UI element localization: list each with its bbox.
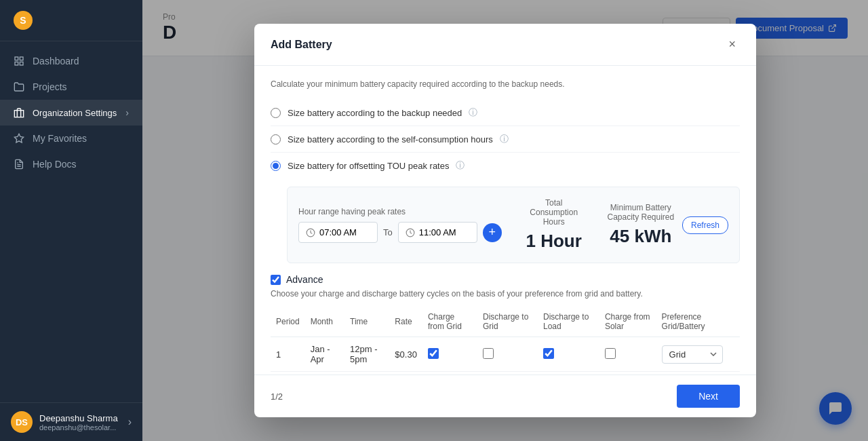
cell-period: 1 — [271, 337, 305, 372]
checkbox-discharge-load[interactable] — [543, 348, 554, 359]
next-button[interactable]: Next — [677, 385, 740, 408]
page-number: 1/2 — [271, 391, 283, 402]
sidebar-item-dashboard[interactable]: Dashboard — [0, 48, 142, 74]
advance-description: Choose your charge and discharge battery… — [271, 289, 740, 299]
col-period: Period — [271, 307, 305, 337]
modal: Add Battery × Calculate your minimum bat… — [254, 24, 756, 417]
sidebar-item-label: Projects — [33, 81, 67, 92]
sidebar-nav: Dashboard Projects Organization Settings… — [0, 41, 142, 402]
sidebar: S Dashboard Projects Organization Settin… — [0, 0, 142, 441]
hour-range-block: Hour range having peak rates To — [298, 207, 502, 243]
cell-preference: GridBattery — [656, 337, 740, 372]
to-time-field[interactable] — [419, 227, 470, 237]
advance-label[interactable]: Advance — [286, 274, 323, 285]
clock-icon — [406, 228, 415, 237]
sidebar-logo: S — [0, 0, 142, 41]
time-separator: To — [383, 227, 393, 237]
consumption-block: Total Consumption Hours 1 Hour — [524, 198, 585, 252]
radio-option-tou[interactable]: Size battery for offsetting TOU peak rat… — [271, 153, 740, 178]
capacity-info: Minimum Battery Capacity Required 45 kWh — [606, 203, 675, 247]
avatar: DS — [11, 411, 33, 433]
sidebar-item-label: Organization Settings — [33, 108, 117, 118]
consumption-value: 1 Hour — [524, 231, 585, 252]
refresh-button[interactable]: Refresh — [682, 216, 728, 234]
radio-self-consumption-label: Size battery according to the self-consu… — [288, 134, 493, 145]
user-chevron-icon: › — [128, 416, 132, 428]
col-discharge-load: Discharge to Load — [538, 307, 599, 337]
col-charge-solar: Charge from Solar — [599, 307, 656, 337]
to-time-input — [398, 222, 477, 243]
modal-title: Add Battery — [271, 39, 332, 51]
sidebar-item-org-settings[interactable]: Organization Settings › — [0, 100, 142, 126]
radio-tou-label: Size battery for offsetting TOU peak rat… — [288, 161, 449, 171]
sidebar-item-label: Help Docs — [33, 159, 77, 170]
svg-marker-5 — [14, 134, 23, 142]
modal-close-button[interactable]: × — [724, 36, 740, 53]
add-time-button[interactable]: + — [483, 223, 502, 242]
from-time-field[interactable] — [319, 227, 370, 237]
cell-discharge-grid — [477, 337, 538, 372]
col-time: Time — [344, 307, 389, 337]
sidebar-user[interactable]: DS Deepanshu Sharma deepanshu@thesolar..… — [0, 402, 142, 441]
modal-body: Calculate your minimum battery capacity … — [254, 66, 756, 375]
svg-rect-4 — [14, 111, 23, 117]
chevron-right-icon: › — [125, 107, 129, 118]
preference-select[interactable]: GridBattery — [662, 345, 723, 364]
sidebar-item-favorites[interactable]: My Favorites — [0, 126, 142, 151]
svg-rect-0 — [15, 57, 18, 60]
user-info: Deepanshu Sharma deepanshu@thesolar... — [39, 413, 121, 432]
radio-option-backup[interactable]: Size battery according to the backup nee… — [271, 100, 740, 126]
sidebar-item-label: Dashboard — [33, 56, 79, 66]
sidebar-item-help[interactable]: Help Docs — [0, 151, 142, 177]
col-discharge-grid: Discharge to Grid — [477, 307, 538, 337]
svg-rect-3 — [15, 62, 18, 65]
user-email: deepanshu@thesolar... — [39, 423, 121, 432]
svg-rect-1 — [20, 57, 23, 60]
col-charge-grid: Charge from Grid — [422, 307, 477, 337]
radio-self-consumption[interactable] — [271, 134, 281, 145]
info-icon-tou: ⓘ — [456, 159, 465, 172]
cell-discharge-load — [538, 337, 599, 372]
from-time-input — [298, 222, 378, 243]
info-icon-self-consumption: ⓘ — [500, 133, 509, 145]
info-icon-backup: ⓘ — [469, 107, 477, 119]
cell-time: 12pm - 5pm — [344, 337, 389, 372]
star-icon — [14, 133, 24, 144]
sidebar-item-projects[interactable]: Projects — [0, 74, 142, 100]
cell-rate: $0.30 — [389, 337, 422, 372]
clock-icon — [306, 228, 315, 237]
radio-option-self-consumption[interactable]: Size battery according to the self-consu… — [271, 126, 740, 153]
cell-month: Jan - Apr — [305, 337, 344, 372]
capacity-label: Minimum Battery Capacity Required — [606, 203, 675, 222]
building-icon — [14, 107, 24, 118]
radio-backup-label: Size battery according to the backup nee… — [288, 108, 462, 118]
col-rate: Rate — [389, 307, 422, 337]
tou-section: Hour range having peak rates To — [287, 187, 740, 263]
logo-icon: S — [14, 11, 33, 30]
user-name: Deepanshu Sharma — [39, 413, 121, 423]
capacity-block: Minimum Battery Capacity Required 45 kWh… — [606, 203, 728, 247]
radio-backup[interactable] — [271, 108, 281, 118]
folder-icon — [14, 81, 24, 92]
col-month: Month — [305, 307, 344, 337]
modal-header: Add Battery × — [254, 24, 756, 66]
modal-footer: 1/2 Next — [254, 375, 756, 417]
checkbox-charge-solar[interactable] — [605, 348, 616, 359]
advance-checkbox[interactable] — [271, 275, 281, 285]
svg-rect-2 — [20, 62, 23, 65]
checkbox-discharge-grid[interactable] — [483, 348, 494, 359]
main-content: Pro D Proposal Document Proposal Add Bat… — [142, 0, 868, 441]
consumption-label: Total Consumption Hours — [524, 198, 585, 227]
modal-overlay: Add Battery × Calculate your minimum bat… — [142, 0, 868, 441]
time-inputs: To + — [298, 222, 502, 243]
advance-header: Advance — [271, 274, 740, 285]
radio-tou[interactable] — [271, 161, 281, 171]
hour-range-label: Hour range having peak rates — [298, 207, 502, 216]
checkbox-charge-grid[interactable] — [428, 348, 439, 359]
col-preference: Preference Grid/Battery — [656, 307, 740, 337]
modal-description: Calculate your minimum battery capacity … — [271, 79, 740, 89]
file-text-icon — [14, 159, 24, 170]
period-table: Period Month Time Rate Charge from Grid … — [271, 307, 740, 375]
table-row: 1Jan - Apr12pm - 5pm$0.30GridBattery — [271, 337, 740, 372]
capacity-value: 45 kWh — [606, 226, 675, 247]
